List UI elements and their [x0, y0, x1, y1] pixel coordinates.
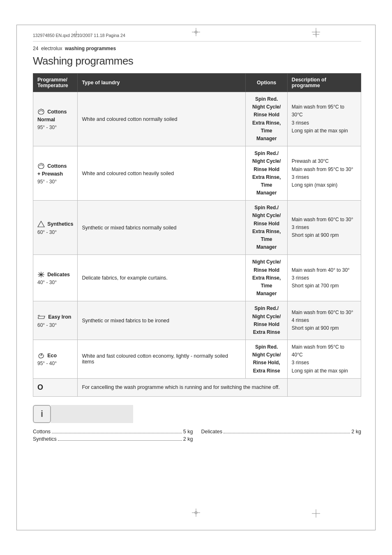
crosshair-top	[192, 28, 200, 37]
programme-cell: Cottons + Prewash 95° - 30°	[33, 146, 78, 201]
programme-name: Easy Iron	[48, 314, 71, 320]
crosshair-right-bottom	[312, 509, 320, 519]
weight-label-delicates: Delicates	[201, 429, 222, 435]
programme-name: Cottons	[47, 163, 67, 169]
synthetics-icon	[37, 220, 46, 227]
border-left	[16, 25, 17, 530]
programme-temp: 60° - 30°	[37, 322, 57, 328]
border-right	[375, 25, 376, 530]
weight-label-synthetics: Synthetics	[33, 436, 57, 442]
options-cell: Spin Red./ Night Cycle/ Rinse Hold Extra…	[246, 146, 287, 201]
col-header-options: Options	[246, 74, 287, 92]
cottons-icon	[37, 108, 46, 115]
eco-icon	[37, 352, 46, 358]
laundry-type: White and coloured cotton normally soile…	[78, 92, 246, 146]
crosshair-bottom	[192, 509, 200, 518]
cancel-programme: O	[37, 383, 43, 391]
description-cell: Main wash from 95°C to 40°C3 rinsesLong …	[287, 340, 361, 379]
weight-row-empty	[201, 436, 362, 442]
description-cell: Prewash at 30°CMain wash from 95°C to 30…	[287, 146, 361, 201]
info-icon: i	[33, 405, 51, 423]
table-row: Cottons + Prewash 95° - 30° White and co…	[33, 146, 361, 201]
weight-row-cottons: Cottons 5 kg	[33, 429, 193, 435]
table-row: Cottons Normal 95° - 30° White and colou…	[33, 92, 361, 146]
options-cell: Spin Red./ Night Cycle/ Rinse Hold Extra…	[246, 201, 287, 255]
laundry-type: White and fast coloured cotton economy, …	[78, 340, 246, 379]
programme-temp: 60° - 30°	[37, 229, 57, 235]
table-row: Delicates 40° - 30° Delicate fabrics, fo…	[33, 255, 361, 301]
programme-cell: Easy Iron 60° - 30°	[33, 301, 78, 340]
programme-name: Delicates	[47, 272, 70, 278]
programme-temp: 95° - 40°	[37, 361, 57, 366]
description-cell: Main wash from 40° to 30°3 rinsesShort s…	[287, 255, 361, 301]
weight-value-cottons: 5 kg	[183, 429, 193, 435]
table-row: Easy Iron 60° - 30° Synthetic or mixed f…	[33, 301, 361, 340]
options-cell: Night Cycle/ Rinse Hold Extra Rinse, Tim…	[246, 255, 287, 301]
cottons-prewash-icon	[37, 162, 46, 169]
easyiron-icon	[37, 313, 47, 320]
border-top	[16, 25, 376, 25]
washing-table: Programme/Temperature Type of laundry Op…	[33, 73, 361, 397]
weight-table: Cottons 5 kg Delicates 2 kg Synthetics 2…	[33, 429, 361, 442]
svg-marker-4	[38, 221, 44, 227]
programme-cell: O	[33, 378, 78, 396]
page-title: Washing programmes	[33, 55, 361, 67]
programme-cell: Cottons Normal 95° - 30°	[33, 92, 78, 146]
weight-row-delicates: Delicates 2 kg	[201, 429, 362, 435]
description-cell: Main wash from 60°C to 30°3 rinsesShort …	[287, 201, 361, 255]
weight-value-delicates: 2 kg	[351, 429, 361, 435]
description-cell: Main wash from 95°C to 30°C3 rinsesLong …	[287, 92, 361, 146]
programme-cell: Eco 95° - 40°	[33, 340, 78, 379]
laundry-type: Synthetic or mixed fabrics normally soil…	[78, 201, 246, 255]
description-cell: Main wash from 60°C to 30°4 rinsesShort …	[287, 301, 361, 340]
delicates-icon	[37, 271, 46, 278]
options-cell: Spin Red. Night Cycle/ Rinse Hold, Extra…	[246, 340, 287, 379]
weight-value-synthetics: 2 kg	[183, 436, 193, 442]
programme-temp: 95° - 30°	[37, 125, 57, 130]
section-label: 24 electrolux washing programmes	[33, 46, 361, 51]
laundry-type: Delicate fabrics, for example curtains.	[78, 255, 246, 301]
laundry-type: Synthetic or mixed fabrics to be ironed	[78, 301, 246, 340]
programme-temp: 95° - 30°	[37, 179, 57, 185]
weight-dots-delicates	[224, 433, 350, 433]
programme-name: Eco	[47, 353, 57, 358]
table-row: Eco 95° - 40° White and fast coloured co…	[33, 340, 361, 379]
programme-temp: 40° - 30°	[37, 280, 57, 285]
cancel-desc-empty	[287, 378, 361, 396]
cancel-description: For cancelling the wash programme which …	[78, 378, 287, 396]
options-cell: Spin Red. Night Cycle/ Rinse Hold Extra …	[246, 92, 287, 146]
programme-name: Synthetics	[47, 221, 73, 227]
info-box: i	[33, 405, 361, 423]
options-cell: Spin Red./ Night Cycle/ Rinse Hold Extra…	[246, 301, 287, 340]
programme-subname: + Prewash	[37, 171, 63, 177]
weight-label-cottons: Cottons	[33, 429, 51, 435]
weight-dots-cottons	[52, 433, 182, 433]
table-row: Synthetics 60° - 30° Synthetic or mixed …	[33, 201, 361, 255]
weight-row-synthetics: Synthetics 2 kg	[33, 436, 193, 442]
col-header-laundry: Type of laundry	[78, 74, 246, 92]
table-row: O For cancelling the wash programme whic…	[33, 378, 361, 396]
info-content	[51, 405, 133, 423]
col-header-programme: Programme/Temperature	[33, 74, 78, 92]
crosshair-right-top	[312, 28, 320, 37]
laundry-type: White and coloured cotton heavily soiled	[78, 146, 246, 201]
programme-cell: Delicates 40° - 30°	[33, 255, 78, 301]
weight-dots-synthetics	[58, 440, 182, 441]
border-bottom	[16, 530, 376, 530]
programme-cell: Synthetics 60° - 30°	[33, 201, 78, 255]
programme-subname: Normal	[37, 117, 55, 123]
crosshair-tl	[72, 30, 80, 38]
col-header-description: Description ofprogramme	[287, 74, 361, 92]
programme-name: Cottons	[47, 109, 67, 115]
